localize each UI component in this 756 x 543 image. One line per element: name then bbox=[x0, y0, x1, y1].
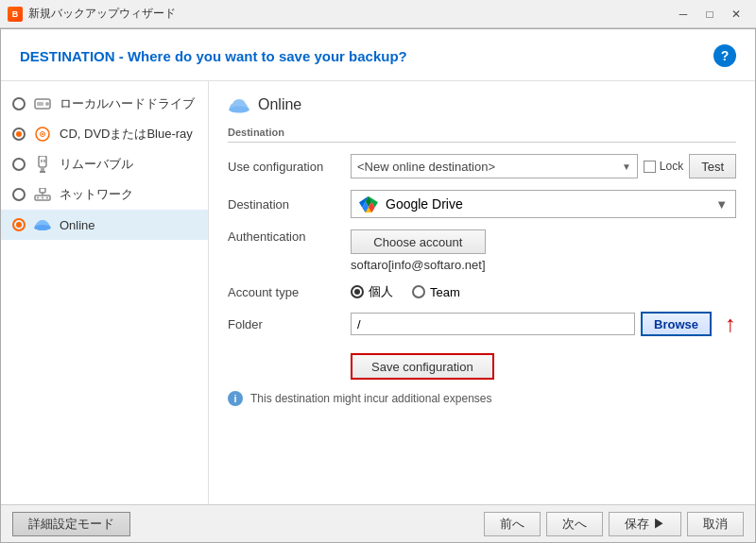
sidebar-item-removable[interactable]: リムーバブル bbox=[1, 149, 208, 179]
main-window: DESTINATION - Where do you want to save … bbox=[0, 28, 756, 543]
radio-personal-label: 個人 bbox=[369, 283, 393, 300]
destination-row: Destination bbox=[228, 190, 736, 218]
panel-title-row: Online bbox=[228, 96, 736, 113]
section-label: Destination bbox=[228, 127, 736, 143]
svg-point-16 bbox=[46, 197, 48, 199]
disc-icon bbox=[33, 125, 52, 144]
svg-rect-8 bbox=[40, 171, 45, 173]
auth-content: Choose account softaro[info@softaro.net] bbox=[351, 229, 486, 272]
panel-title: Online bbox=[258, 96, 301, 113]
cloud-icon bbox=[33, 215, 52, 234]
radio-personal-circle bbox=[351, 285, 364, 298]
authentication-label: Authentication bbox=[228, 229, 341, 244]
sidebar-item-network[interactable]: ネットワーク bbox=[1, 179, 208, 210]
info-icon: i bbox=[228, 391, 243, 406]
radio-personal[interactable]: 個人 bbox=[351, 283, 393, 300]
advanced-mode-button[interactable]: 詳細設定モード bbox=[12, 512, 130, 536]
sidebar-label-online: Online bbox=[60, 218, 95, 232]
sidebar-item-local-hdd[interactable]: ローカルハードドライブ bbox=[1, 89, 208, 119]
right-panel: Online Destination Use configuration <Ne… bbox=[209, 81, 755, 504]
svg-point-15 bbox=[42, 197, 43, 199]
help-button[interactable]: ? bbox=[713, 44, 736, 67]
prev-button[interactable]: 前へ bbox=[484, 512, 541, 536]
use-config-control: <New online destination> ▼ Lock Test bbox=[351, 154, 736, 178]
destination-control: Google Drive ▼ bbox=[351, 190, 736, 218]
sidebar-label-network: ネットワーク bbox=[60, 186, 133, 203]
radio-online bbox=[12, 218, 26, 231]
footer: 詳細設定モード 前へ 次へ 保存 ▶ 取消 bbox=[1, 504, 755, 542]
google-drive-icon bbox=[359, 195, 378, 212]
use-config-label: Use configuration bbox=[228, 160, 341, 174]
header: DESTINATION - Where do you want to save … bbox=[1, 29, 755, 81]
save-config-button[interactable]: Save configuration bbox=[351, 353, 494, 380]
radio-local-hdd bbox=[12, 97, 26, 110]
network-icon bbox=[33, 185, 52, 204]
account-type-label: Account type bbox=[228, 285, 341, 299]
svg-rect-2 bbox=[37, 102, 43, 106]
use-config-row: Use configuration <New online destinatio… bbox=[228, 154, 736, 178]
maximize-button[interactable]: □ bbox=[697, 5, 722, 24]
minimize-button[interactable]: ─ bbox=[671, 5, 696, 24]
account-email: softaro[info@softaro.net] bbox=[351, 258, 486, 272]
radio-cd-dvd bbox=[12, 127, 26, 141]
svg-point-5 bbox=[42, 133, 43, 135]
account-type-control: 個人 Team bbox=[351, 283, 736, 300]
sidebar-label-removable: リムーバブル bbox=[60, 156, 133, 173]
sidebar-label-cd-dvd: CD, DVDまたはBlue-ray bbox=[60, 126, 193, 143]
choose-account-button[interactable]: Choose account bbox=[351, 229, 486, 254]
svg-rect-9 bbox=[41, 160, 43, 162]
svg-point-1 bbox=[45, 102, 49, 106]
save-config-row: Save configuration bbox=[351, 348, 736, 380]
use-config-value: <New online destination> bbox=[357, 160, 618, 174]
footer-right: 前へ 次へ 保存 ▶ 取消 bbox=[484, 512, 744, 536]
folder-control: Browse ↑ bbox=[351, 312, 736, 336]
titlebar-title: 新規バックアップウィザード bbox=[28, 6, 671, 22]
destination-dropdown-arrow: ▼ bbox=[715, 197, 728, 212]
page-title: DESTINATION - Where do you want to save … bbox=[20, 48, 407, 64]
window-controls: ─ □ ✕ bbox=[671, 5, 748, 24]
destination-label: Destination bbox=[228, 197, 341, 212]
svg-rect-7 bbox=[41, 167, 44, 171]
lock-label: Lock bbox=[660, 160, 683, 173]
content-area: ローカルハードドライブ CD, DVDまたはBlue-ray bbox=[1, 81, 755, 504]
sidebar-item-cd-dvd[interactable]: CD, DVDまたはBlue-ray bbox=[1, 119, 208, 149]
svg-point-14 bbox=[37, 197, 39, 199]
hdd-icon bbox=[33, 94, 52, 113]
lock-checkbox[interactable] bbox=[644, 161, 656, 173]
app-icon: B bbox=[8, 7, 23, 22]
usb-icon bbox=[33, 155, 52, 174]
arrow-up-icon: ↑ bbox=[725, 313, 736, 335]
svg-point-22 bbox=[34, 225, 51, 230]
sidebar-label-local-hdd: ローカルハードドライブ bbox=[60, 95, 195, 112]
folder-input[interactable] bbox=[351, 313, 635, 335]
cloud-panel-icon bbox=[228, 96, 250, 113]
close-button[interactable]: ✕ bbox=[724, 5, 748, 24]
titlebar: B 新規バックアップウィザード ─ □ ✕ bbox=[0, 0, 756, 28]
info-row: i This destination might incur additiona… bbox=[228, 391, 736, 406]
lock-area: Lock bbox=[644, 160, 683, 173]
authentication-row: Authentication Choose account softaro[in… bbox=[228, 229, 736, 272]
folder-row: Folder Browse ↑ bbox=[228, 312, 736, 336]
svg-rect-12 bbox=[40, 188, 45, 193]
next-button[interactable]: 次へ bbox=[546, 512, 603, 536]
svg-point-27 bbox=[229, 107, 249, 113]
sidebar: ローカルハードドライブ CD, DVDまたはBlue-ray bbox=[1, 81, 209, 504]
destination-dropdown[interactable]: Google Drive ▼ bbox=[351, 190, 736, 218]
radio-team-circle bbox=[412, 285, 425, 298]
destination-value: Google Drive bbox=[386, 196, 463, 212]
test-button[interactable]: Test bbox=[689, 154, 736, 178]
radio-network bbox=[12, 188, 26, 201]
browse-button[interactable]: Browse bbox=[641, 312, 712, 336]
account-type-row: Account type 個人 Team bbox=[228, 283, 736, 300]
use-config-dropdown[interactable]: <New online destination> ▼ bbox=[351, 154, 638, 178]
radio-team[interactable]: Team bbox=[412, 285, 460, 299]
save-button[interactable]: 保存 ▶ bbox=[609, 512, 681, 536]
svg-rect-10 bbox=[43, 160, 45, 162]
dropdown-arrow-icon: ▼ bbox=[622, 161, 631, 172]
radio-removable bbox=[12, 158, 26, 171]
info-text: This destination might incur additional … bbox=[250, 392, 491, 405]
sidebar-item-online[interactable]: Online bbox=[1, 210, 208, 240]
footer-left: 詳細設定モード bbox=[12, 512, 130, 536]
folder-label: Folder bbox=[228, 317, 341, 331]
cancel-button[interactable]: 取消 bbox=[687, 512, 744, 536]
